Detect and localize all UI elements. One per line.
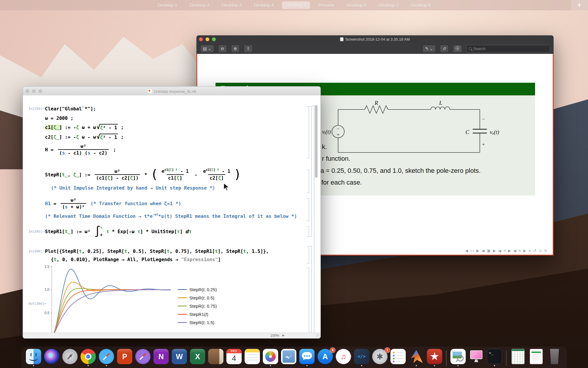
cell-bracket[interactable]	[312, 106, 314, 333]
mathematica-titlebar[interactable]: Unitstep response_rlc.nb	[23, 87, 320, 96]
preview-titlebar[interactable]: Screenshot 2018-12-04 at 3.35.18 AM	[196, 35, 554, 43]
dock-item-photos[interactable]	[262, 349, 279, 366]
add-desktop-button[interactable]: +	[571, 0, 588, 10]
notes-next-icon[interactable]: ▶	[523, 248, 526, 253]
dock-item-messages[interactable]	[299, 349, 315, 366]
dock-item-safari[interactable]	[98, 349, 115, 366]
dock-item-reminders[interactable]	[390, 349, 406, 366]
space-desktop-5[interactable]: Desktop 5	[282, 1, 310, 9]
dock-item-mathematica[interactable]	[426, 349, 443, 366]
code-line-2: ω = 2000 ;	[45, 115, 73, 121]
dock-item-trash[interactable]	[546, 349, 563, 366]
dock-item-onenote[interactable]: N	[153, 349, 169, 366]
search-input[interactable]: Search	[466, 45, 550, 52]
dock-item-vscode[interactable]: </>	[353, 349, 370, 366]
notebook-body[interactable]: In[259]:=In[265]:=In[266]:=Out[266]=Clea…	[23, 95, 320, 333]
redo-icon[interactable]: ↻	[544, 248, 547, 253]
dock-item-calendar[interactable]: DEC4	[226, 349, 242, 366]
thumbs-next-icon[interactable]: ▶	[493, 248, 496, 253]
cell-bracket[interactable]	[307, 170, 309, 193]
dock-item-spreadsheet-file[interactable]	[510, 349, 526, 366]
code-line-9: (* Relevant Time Domain Function → t*e-ω…	[45, 213, 297, 219]
resize-grip[interactable]	[316, 334, 320, 337]
scrollbar-thumb[interactable]	[315, 105, 318, 178]
dock-item-launchpad[interactable]	[62, 349, 78, 366]
dock-item-finder[interactable]	[25, 349, 42, 366]
preview-toolbar: ▤ ⌄⊖⊕⇧ ✎ ⌄↺Ⓐ Search	[196, 43, 554, 54]
dock-item-document-file[interactable]	[528, 349, 544, 366]
notes-prev-icon[interactable]: ◀	[513, 248, 516, 253]
thumbnail-view-icon[interactable]: ▣	[487, 248, 490, 253]
dock-item-siri[interactable]	[44, 349, 60, 366]
highlight-button[interactable]: ✎ ⌄	[422, 45, 436, 53]
mathematica-window-title: Unitstep response_rlc.nb	[23, 89, 320, 94]
source-minus-sign: −	[337, 126, 339, 131]
curve-stepr-t-0-75-	[52, 289, 171, 333]
capacitor-minus-sign: −	[482, 117, 485, 122]
capacitor-plus-sign: +	[482, 142, 485, 147]
space-desktop-4[interactable]: Desktop 4	[250, 1, 278, 9]
single-page-view-icon[interactable]: ▭	[470, 248, 474, 253]
zoom-out-button[interactable]: ⊖	[218, 45, 227, 53]
thumbs-prev-icon[interactable]: ◀	[482, 248, 485, 253]
dock-item-app-store[interactable]: A8	[317, 349, 333, 366]
dock-item-mail[interactable]	[280, 349, 297, 366]
running-indicator	[306, 365, 308, 366]
dock-item-preview-app[interactable]	[450, 349, 466, 366]
space-desktop-3[interactable]: Desktop 3	[218, 1, 246, 9]
magnification-level[interactable]: 100%	[270, 334, 279, 338]
dock-item-contacts[interactable]	[208, 349, 224, 366]
cell-bracket[interactable]	[307, 268, 309, 333]
magnification-menu-arrow[interactable]: ▶	[282, 334, 285, 337]
legend-label: StepR(t, 0.75)	[189, 304, 217, 309]
legend-entry: StepR(t, 1.5)	[178, 318, 217, 326]
markup-button[interactable]: Ⓐ	[453, 45, 462, 53]
dock-item-word[interactable]: W	[171, 349, 188, 366]
dock-item-matlab[interactable]	[408, 349, 425, 366]
list-view-icon[interactable]: ≡	[529, 248, 531, 253]
zoom-in-button[interactable]: ⊕	[231, 45, 240, 53]
dock-item-terminal[interactable]: >_	[486, 349, 503, 366]
cell-bracket[interactable]	[307, 198, 309, 221]
dock-item-safari-tech-preview[interactable]	[135, 349, 151, 366]
cell-bracket[interactable]	[307, 246, 309, 264]
cell-bracket[interactable]	[309, 106, 312, 237]
contents-view-icon[interactable]: ≡	[504, 248, 506, 253]
mathematica-window: Unitstep response_rlc.nb In[259]:=In[265…	[23, 86, 321, 339]
dock-item-excel[interactable]: X	[189, 349, 206, 366]
space-desktop-7[interactable]: Desktop 7	[375, 1, 403, 9]
view-options-button[interactable]: ▤ ⌄	[200, 45, 214, 53]
mouse-cursor	[223, 183, 230, 191]
cell-bracket[interactable]	[307, 106, 309, 158]
cell-bracket[interactable]	[309, 246, 312, 333]
undo-icon[interactable]: ↺	[533, 248, 536, 253]
legend-swatch	[178, 322, 187, 323]
page-next-icon[interactable]: ▶	[476, 248, 479, 253]
dock-item-powerpoint[interactable]: P	[116, 349, 133, 366]
space-desktop-6[interactable]: Desktop 6	[342, 1, 370, 9]
slide-text-fragment: r function.	[322, 155, 350, 163]
toc-prev-icon[interactable]: ◀	[498, 248, 501, 253]
legend-swatch	[178, 289, 187, 290]
curve-stepr1-t-	[52, 290, 171, 333]
code-line-12: {t, 0, 0.010}, PlotRange → All, PlotLege…	[51, 257, 221, 262]
space-desktop-2[interactable]: Desktop 2	[186, 1, 214, 9]
cell-bracket[interactable]	[307, 226, 309, 237]
space-preview[interactable]: Preview	[314, 1, 338, 9]
dock-item-chrome[interactable]	[80, 349, 96, 366]
dock-item-display-app[interactable]	[468, 349, 485, 366]
space-desktop-8[interactable]: Desktop 8	[407, 1, 435, 9]
space-desktop-1[interactable]: Desktop 1	[153, 1, 181, 9]
magnify-icon[interactable]: ⊙	[539, 248, 542, 253]
plot-legend: StepR(t, 0.25)StepR(t, 0.5)StepR(t, 0.75…	[178, 285, 217, 326]
running-indicator	[361, 365, 362, 366]
page-prev-icon[interactable]: ◀	[465, 248, 468, 253]
dock-item-itunes[interactable]: ♫	[335, 349, 352, 366]
dock-item-system-preferences[interactable]: ✱1	[372, 349, 388, 366]
notes-view-icon[interactable]: ≡	[519, 248, 521, 253]
resistor-label: R	[374, 100, 378, 106]
share-button[interactable]: ⇧	[244, 45, 253, 53]
rotate-button[interactable]: ↺	[440, 45, 449, 53]
toc-next-icon[interactable]: ▶	[508, 248, 511, 253]
dock-item-notes[interactable]	[244, 349, 260, 366]
